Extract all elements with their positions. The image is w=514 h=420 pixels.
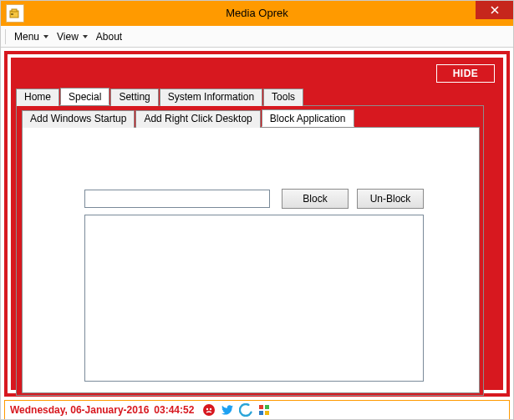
tab-label: Add Right Click Desktop bbox=[144, 113, 252, 124]
menu-label: Menu bbox=[14, 31, 39, 43]
tab-add-windows-startup[interactable]: Add Windows Startup bbox=[22, 110, 135, 128]
tab-label: Home bbox=[24, 91, 51, 103]
svg-rect-9 bbox=[265, 411, 269, 415]
close-button[interactable] bbox=[476, 1, 513, 19]
chevron-down-icon bbox=[83, 35, 88, 38]
tab-special[interactable]: Special bbox=[60, 88, 109, 105]
blocked-apps-listbox[interactable] bbox=[84, 215, 424, 382]
main-tab-body: Add Windows Startup Add Right Click Desk… bbox=[16, 105, 484, 396]
menu-about[interactable]: About bbox=[93, 29, 125, 44]
block-application-panel: Block Un-Block bbox=[22, 127, 480, 393]
button-label: Un-Block bbox=[370, 193, 411, 205]
chevron-down-icon bbox=[43, 35, 48, 38]
tab-label: Tools bbox=[272, 91, 295, 103]
svg-point-4 bbox=[206, 408, 208, 410]
main-tabs: Home Special Setting System Information … bbox=[16, 88, 484, 396]
block-button[interactable]: Block bbox=[282, 189, 349, 209]
svg-point-5 bbox=[210, 408, 211, 410]
browser-icon[interactable] bbox=[239, 403, 252, 417]
status-icons bbox=[202, 403, 271, 417]
menu-label: About bbox=[96, 31, 122, 43]
titlebar: Media Oprek bbox=[1, 1, 513, 26]
menubar-grip bbox=[5, 29, 7, 44]
twitter-icon[interactable] bbox=[221, 403, 234, 417]
special-tabstrip: Add Windows Startup Add Right Click Desk… bbox=[22, 109, 480, 127]
close-icon bbox=[491, 6, 499, 14]
svg-point-3 bbox=[203, 404, 215, 416]
menu-view[interactable]: View bbox=[53, 29, 91, 44]
svg-rect-8 bbox=[259, 411, 263, 415]
tab-tools[interactable]: Tools bbox=[263, 89, 303, 106]
svg-rect-7 bbox=[265, 405, 269, 409]
tab-block-application[interactable]: Block Application bbox=[262, 109, 354, 127]
tab-label: Special bbox=[69, 91, 101, 103]
hide-button-label: HIDE bbox=[453, 68, 479, 79]
alert-icon[interactable] bbox=[202, 403, 216, 417]
status-time: 03:44:52 bbox=[154, 404, 194, 416]
tab-system-information[interactable]: System Information bbox=[160, 89, 262, 106]
menu-label: View bbox=[57, 31, 79, 43]
menubar: Menu View About bbox=[1, 26, 513, 48]
tab-setting[interactable]: Setting bbox=[110, 89, 158, 106]
window-title: Media Oprek bbox=[1, 1, 513, 26]
main-tabstrip: Home Special Setting System Information … bbox=[16, 88, 484, 105]
red-panel: HIDE Home Special Setting System Informa… bbox=[11, 58, 503, 390]
menu-menu[interactable]: Menu bbox=[11, 29, 52, 44]
svg-rect-6 bbox=[259, 405, 263, 409]
status-date: Wednesday, 06-January-2016 bbox=[10, 404, 149, 416]
special-tabs: Add Windows Startup Add Right Click Desk… bbox=[22, 109, 480, 393]
unblock-button[interactable]: Un-Block bbox=[357, 189, 424, 209]
button-label: Block bbox=[303, 193, 327, 205]
tab-label: System Information bbox=[168, 91, 254, 103]
tab-home[interactable]: Home bbox=[16, 89, 59, 106]
tab-label: Add Windows Startup bbox=[30, 113, 126, 124]
content-frame: HIDE Home Special Setting System Informa… bbox=[4, 51, 510, 397]
tab-label: Block Application bbox=[270, 113, 346, 124]
apps-icon[interactable] bbox=[257, 403, 271, 417]
hide-button[interactable]: HIDE bbox=[436, 64, 495, 83]
tab-add-right-click-desktop[interactable]: Add Right Click Desktop bbox=[135, 110, 260, 128]
tab-label: Setting bbox=[119, 91, 150, 103]
statusbar: Wednesday, 06-January-2016 03:44:52 bbox=[4, 400, 510, 420]
application-name-input[interactable] bbox=[84, 190, 270, 208]
